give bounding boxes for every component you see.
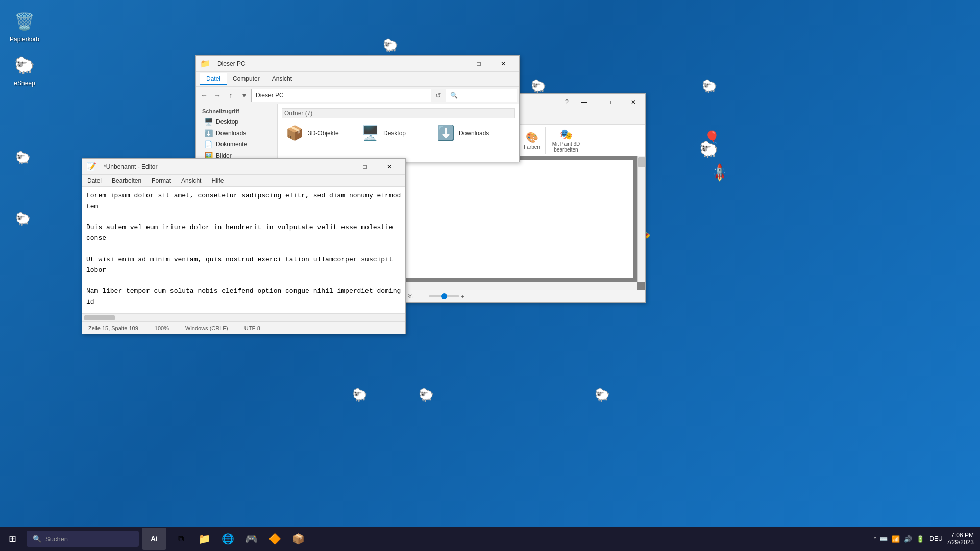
desktop: 🗑️ Papierkorb 🐑 eSheep 🐑 🐑 🐑 🐑 🐑 🪂 🚀 🎈 🐑… [0,0,980,551]
scrollbar-thumb[interactable] [84,315,115,320]
folder-downloads[interactable]: ⬇️ Downloads [433,122,504,143]
file-explorer-close[interactable]: ✕ [492,56,515,72]
notepad-close[interactable]: ✕ [378,159,401,175]
file-explorer-content: Ordner (7) 📦 3D-Objekte 🖥️ Desktop ⬇️ Do… [278,104,519,162]
folder-desktop-label: Desktop [383,130,406,137]
paint-tool-paint3d[interactable]: 🎭 Mit Paint 3D bearbeiten [551,127,581,154]
paint-vscrollbar[interactable] [637,156,645,282]
notepad-zoom: 100% [155,325,169,331]
nav-recent[interactable]: ▾ [238,89,250,102]
paint-tool-farben[interactable]: 🎨 Farben [522,127,542,154]
file-explorer-body: Schnellzugriff 🖥️ Desktop ⬇️ Downloads 📄… [196,104,519,162]
steam-icon: 🎮 [245,533,258,545]
farben-label: Farben [524,144,540,150]
ribbon-tab-ansicht[interactable]: Ansicht [266,73,298,85]
folder-downloads-label: Downloads [459,130,489,137]
file-explorer-maximize[interactable]: □ [467,56,491,72]
file-explorer-ribbon: Datei Computer Ansicht [196,72,519,87]
notepad-line-ending: Windows (CRLF) [185,325,228,331]
notepad-menu-ansicht[interactable]: Ansicht [176,176,206,185]
notepad-line-5: Ut wisi enim ad minim veniam, quis nostr… [86,255,401,276]
paint-help[interactable]: ? [565,98,569,106]
notepad-line-6 [86,276,401,286]
sidebar-item-dokumente[interactable]: 📄 Dokumente [196,139,277,150]
dokumente-sidebar-icon: 📄 [204,140,213,148]
ai-label: Ai [151,535,158,543]
taskbar-search[interactable]: 🔍 Suchen [27,531,139,547]
taskbar-app-2[interactable]: 📦 [287,528,309,550]
taskbar-app-1[interactable]: 🔶 [263,528,286,550]
notepad-line-2 [86,212,401,223]
zoom-handle[interactable] [441,293,447,299]
taskbar-apps: ⧉ 📁 🌐 🎮 🔶 📦 [169,528,309,550]
desktop-icon-esheep[interactable]: 🐑 eSheep [4,51,45,89]
nav-forward[interactable]: → [211,89,224,102]
address-bar[interactable]: Dieser PC [251,89,431,102]
paint-window-controls: — □ ✕ [573,94,645,110]
systray-keyboard[interactable]: ⌨️ [878,534,889,544]
deco-rocket: 🚀 [709,162,730,183]
address-text: Dieser PC [256,92,284,99]
search-icon: 🔍 [450,92,458,99]
desktop-icon-papierkorb[interactable]: 🗑️ Papierkorb [4,7,45,45]
taskview-icon: ⧉ [178,534,184,543]
start-button[interactable]: ⊞ [0,527,24,551]
notepad-maximize[interactable]: □ [353,159,377,175]
paint3d-icon: 🎭 [560,128,573,140]
zoom-minus-icon[interactable]: — [421,293,427,299]
notepad-minimize[interactable]: — [329,159,352,175]
nav-back[interactable]: ← [198,89,210,102]
folder-downloads-icon: ⬇️ [437,124,455,141]
paint-close[interactable]: ✕ [622,94,645,110]
notepad-menu-hilfe[interactable]: Hilfe [206,176,229,185]
papierkorb-label: Papierkorb [10,36,39,43]
folder-3d-objekte[interactable]: 📦 3D-Objekte [282,122,353,143]
taskbar-app-steam[interactable]: 🎮 [240,528,262,550]
file-explorer-controls: — □ ✕ [443,56,515,72]
sidebar-item-desktop[interactable]: 🖥️ Desktop [196,116,277,128]
notepad-menu-format[interactable]: Format [146,176,176,185]
paint-maximize[interactable]: □ [597,94,621,110]
ribbon-tab-datei[interactable]: Datei [200,73,227,85]
deco-sheep-3: 🐑 [702,79,717,93]
systray-network[interactable]: 📶 [891,534,901,544]
systray-sound[interactable]: 🔊 [903,534,913,544]
file-explorer-nav: ← → ↑ ▾ Dieser PC ↺ 🔍 [196,87,519,104]
zoom-plus-icon[interactable]: + [461,293,464,299]
taskbar-app-taskview[interactable]: ⧉ [169,528,192,550]
folder-3d-label: 3D-Objekte [308,130,339,137]
app1-icon: 🔶 [268,533,281,545]
ai-button[interactable]: Ai [142,528,166,550]
notepad-hscrollbar[interactable] [82,313,405,321]
paint-tool-group-3d: 🎭 Mit Paint 3D bearbeiten [548,127,584,154]
deco-sheep-5: 🐑 [15,212,31,226]
app2-icon: 📦 [292,533,305,545]
folder-desktop-icon: 🖥️ [361,124,379,141]
taskbar-app-explorer[interactable]: 📁 [193,528,215,550]
paint-minimize[interactable]: — [573,94,596,110]
search-bar[interactable]: 🔍 [446,89,517,102]
desktop-sidebar-icon: 🖥️ [204,118,213,126]
windows-icon: ⊞ [9,533,16,544]
notepad-window: 📝 *Unbenannt - Editor — □ ✕ Datei Bearbe… [82,158,406,334]
taskbar-clock[interactable]: 7:06 PM 7/29/2023 [947,532,974,546]
notepad-content[interactable]: Lorem ipsum dolor sit amet, consetetur s… [82,187,405,313]
folder-desktop[interactable]: 🖥️ Desktop [357,122,429,143]
systray-battery[interactable]: 🔋 [915,534,925,544]
nav-refresh[interactable]: ↺ [432,89,445,102]
paint-zoom-slider[interactable]: — + [421,293,464,299]
file-explorer-minimize[interactable]: — [443,56,466,72]
systray-chevron[interactable]: ^ [874,536,876,542]
notepad-line-3: Duis autem vel eum iriure dolor in hendr… [86,222,401,244]
nav-up[interactable]: ↑ [225,89,237,102]
ribbon-tab-computer[interactable]: Computer [227,73,266,85]
notepad-menu-bearbeiten[interactable]: Bearbeiten [107,176,146,185]
notepad-menu-datei[interactable]: Datei [82,176,107,185]
notepad-line-col: Zeile 15, Spalte 109 [88,325,138,331]
taskbar: ⊞ 🔍 Suchen Ai ⧉ 📁 🌐 🎮 🔶 [0,527,980,551]
vscroll-thumb[interactable] [638,157,645,167]
notepad-encoding: UTF-8 [244,325,260,331]
file-explorer-titlebar: 📁 Dieser PC — □ ✕ [196,56,519,72]
taskbar-app-edge[interactable]: 🌐 [216,528,239,550]
sidebar-item-downloads[interactable]: ⬇️ Downloads [196,128,277,139]
